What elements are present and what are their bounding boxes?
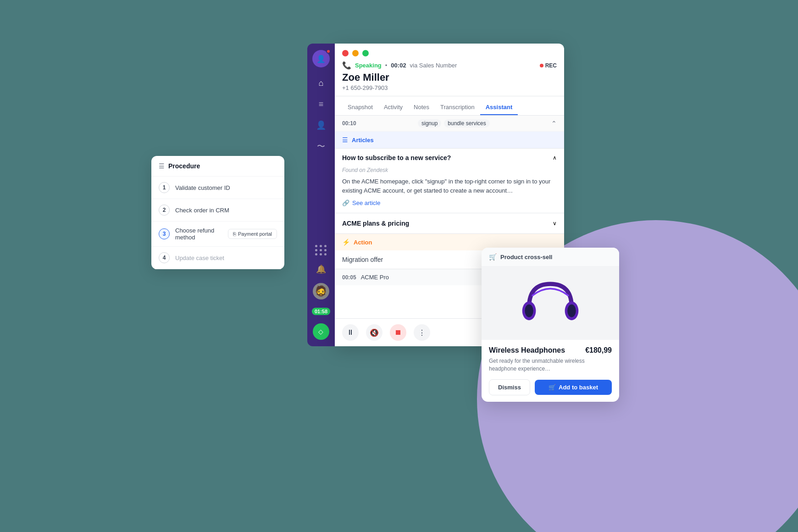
call-timer-badge: 01:58 <box>312 308 330 315</box>
external-link-icon: 🔗 <box>342 200 349 206</box>
notification-badge <box>326 49 331 54</box>
plans-card-header[interactable]: ACME plans & pricing ∨ <box>335 213 564 233</box>
procedure-header: ☰ Procedure <box>151 156 284 177</box>
call-status-separator: • <box>385 62 388 69</box>
sidebar-home-icon[interactable]: ⌂ <box>316 78 327 89</box>
procedure-title: Procedure <box>168 162 200 170</box>
step-1-number: 1 <box>159 182 170 193</box>
product-card-header: 🛒 Product cross-sell <box>482 248 619 266</box>
payment-portal-icon: ⎘ <box>233 231 236 237</box>
product-actions: Dismiss 🛒 Add to basket <box>489 379 612 395</box>
maximize-traffic-light[interactable] <box>362 50 369 56</box>
article-card-1-header[interactable]: How to subscribe to a new service? ∧ <box>335 149 564 167</box>
sidebar-avatar[interactable]: 👤 <box>312 50 330 67</box>
call-header: 📞 Speaking • 00:02 via Sales Number REC … <box>335 61 564 96</box>
add-to-basket-button[interactable]: 🛒 Add to basket <box>535 380 612 395</box>
plans-card-chevron-icon: ∨ <box>553 220 557 227</box>
step-1-label: Validate customer ID <box>175 184 277 191</box>
rec-label: REC <box>545 62 557 69</box>
transcript-bar: 00:10 signup bundle services ⌃ <box>335 116 564 132</box>
crm-tabs: Snapshot Activity Notes Transcription As… <box>335 100 564 116</box>
call-via-text: via Sales Number <box>410 62 457 69</box>
timestamp-time: 00:05 <box>342 274 356 281</box>
step-4-number: 4 <box>159 252 170 263</box>
articles-section-title: Articles <box>352 137 374 144</box>
product-card-icon: 🛒 <box>489 253 497 260</box>
svg-point-3 <box>567 305 576 317</box>
step-3-label: Choose refund method <box>175 227 222 241</box>
step-3-number: 3 <box>159 228 170 239</box>
pause-button[interactable]: ⏸ <box>342 324 359 341</box>
product-price: €180,99 <box>585 346 612 355</box>
rec-dot <box>540 64 543 67</box>
dots-grid-icon <box>315 245 327 255</box>
tab-transcription[interactable]: Transcription <box>435 100 480 115</box>
plans-card-title: ACME plans & pricing <box>342 220 409 227</box>
article-card-1: How to subscribe to a new service? ∧ Fou… <box>335 149 564 213</box>
more-options-button[interactable]: ⋮ <box>414 324 430 341</box>
step-2-number: 2 <box>159 205 170 216</box>
minimize-traffic-light[interactable] <box>352 50 359 56</box>
procedure-step-2: 2 Check order in CRM <box>151 199 284 222</box>
sidebar-user-avatar[interactable]: 🧔 <box>313 283 329 299</box>
article-1-body: Found on Zendesk On the ACME homepage, c… <box>335 167 564 213</box>
product-image-area <box>482 266 619 340</box>
procedure-step-3[interactable]: 3 Choose refund method ⎘ Payment portal <box>151 222 284 247</box>
sidebar: 👤 ⌂ ≡ 👤 〜 🔔 🧔 01:58 ◇ <box>307 44 335 346</box>
call-status-icon: 📞 <box>342 61 351 70</box>
article-1-title: How to subscribe to a new service? <box>342 154 451 161</box>
payment-portal-label: Payment portal <box>238 231 272 237</box>
article-1-text: On the ACME homepage, click "signup" in … <box>342 177 557 195</box>
product-name-row: Wireless Headphones €180,99 <box>489 346 612 355</box>
transcript-tag-signup: signup <box>418 119 441 127</box>
svg-point-1 <box>525 305 533 317</box>
articles-icon: ☰ <box>342 136 348 144</box>
transcript-tags: signup bundle services <box>418 119 490 127</box>
product-card: 🛒 Product cross-sell Wireless Headphones… <box>482 248 619 402</box>
rec-badge: REC <box>540 62 557 69</box>
close-traffic-light[interactable] <box>342 50 349 56</box>
transcript-tag-bundle: bundle services <box>444 119 489 127</box>
action-icon: ⚡ <box>342 238 350 246</box>
mute-button[interactable]: 🔇 <box>366 324 382 341</box>
product-description: Get ready for the unmatchable wireless h… <box>489 357 612 373</box>
article-1-source: Found on Zendesk <box>342 167 557 173</box>
tab-snapshot[interactable]: Snapshot <box>342 100 378 115</box>
sidebar-wave-icon[interactable]: 〜 <box>316 141 327 152</box>
sidebar-list-icon[interactable]: ≡ <box>316 99 327 110</box>
timestamp-label: ACME Pro <box>361 274 389 281</box>
action-title: Action <box>354 239 372 246</box>
tab-assistant[interactable]: Assistant <box>480 100 518 115</box>
product-card-title: Product cross-sell <box>500 254 552 260</box>
tab-notes[interactable]: Notes <box>408 100 435 115</box>
call-duration: 00:02 <box>391 62 406 69</box>
dismiss-button[interactable]: Dismiss <box>489 379 530 395</box>
step-2-label: Check order in CRM <box>175 207 277 214</box>
headphones-image <box>521 273 580 333</box>
articles-section-header: ☰ Articles <box>335 132 564 149</box>
procedure-step-1: 1 Validate customer ID <box>151 177 284 199</box>
article-1-link-label: See article <box>352 200 380 206</box>
procedure-panel: ☰ Procedure 1 Validate customer ID 2 Che… <box>151 156 284 269</box>
procedure-step-4: 4 Update case ticket <box>151 247 284 269</box>
product-name: Wireless Headphones <box>489 346 565 355</box>
caller-phone: +1 650-299-7903 <box>342 84 557 91</box>
tab-activity[interactable]: Activity <box>378 100 408 115</box>
call-status-text: Speaking <box>355 62 382 69</box>
product-info: Wireless Headphones €180,99 Get ready fo… <box>482 340 619 402</box>
collapse-button[interactable]: ⌃ <box>551 120 557 127</box>
article-1-chevron-icon: ∧ <box>553 155 557 161</box>
step-4-label: Update case ticket <box>175 255 277 261</box>
add-basket-label: Add to basket <box>559 384 598 391</box>
article-1-link[interactable]: 🔗 See article <box>342 200 557 206</box>
end-call-button[interactable]: ⏹ <box>390 324 406 341</box>
payment-portal-button[interactable]: ⎘ Payment portal <box>228 229 277 239</box>
plans-card: ACME plans & pricing ∨ <box>335 213 564 234</box>
basket-icon: 🛒 <box>549 384 556 391</box>
call-action-button[interactable]: ◇ <box>313 323 329 340</box>
procedure-icon: ☰ <box>159 162 165 170</box>
caller-name: Zoe Miller <box>342 72 557 83</box>
sidebar-person-icon[interactable]: 👤 <box>316 120 327 131</box>
transcript-time: 00:10 <box>342 120 356 127</box>
sidebar-bell-icon[interactable]: 🔔 <box>316 264 327 275</box>
